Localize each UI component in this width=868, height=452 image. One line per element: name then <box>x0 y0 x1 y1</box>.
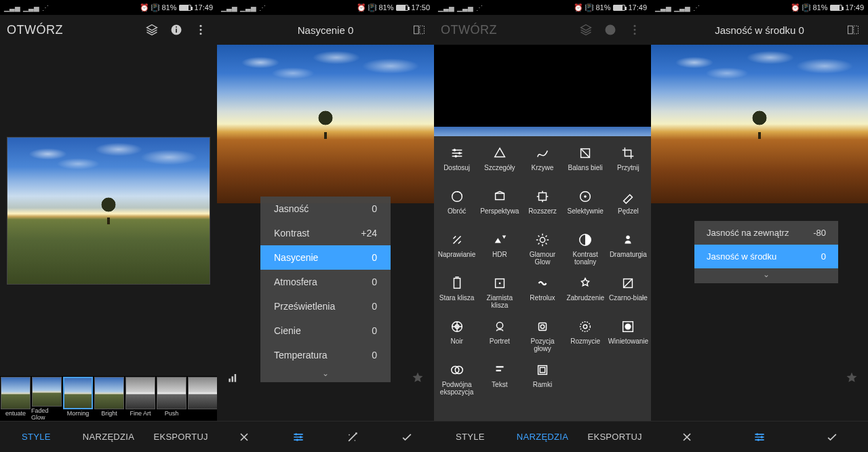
star-icon[interactable] <box>408 368 427 387</box>
confirm-icon[interactable] <box>823 428 842 447</box>
tab-export[interactable]: EKSPORTUJ <box>144 432 217 442</box>
tool-item[interactable]: Tekst <box>478 363 521 402</box>
tool-item[interactable]: Stara klisza <box>435 276 478 315</box>
tool-item[interactable]: Ziarnista klisza <box>478 276 521 315</box>
tool-item[interactable]: Perspektywa <box>478 189 521 228</box>
tool-item[interactable]: Rozmycie <box>564 319 607 358</box>
tab-export[interactable]: EKSPORTUJ <box>578 432 651 442</box>
tool-item[interactable]: Dostosuj <box>435 146 478 185</box>
svg-point-44 <box>625 323 631 329</box>
slider-row[interactable]: Cienie0 <box>260 319 391 343</box>
slider-row[interactable]: Jasność0 <box>260 197 391 221</box>
alarm-icon: ⏰ <box>574 3 583 12</box>
status-bar: ▁▃▅ ▁▃▅ ⋰ ⏰ 📳 81% 17:49 <box>651 0 868 15</box>
tool-item[interactable]: Obróć <box>435 189 478 228</box>
svg-point-18 <box>634 29 636 31</box>
svg-point-42 <box>583 325 587 329</box>
svg-rect-8 <box>229 379 231 382</box>
style-thumb[interactable]: Morning <box>62 376 94 421</box>
tool-item[interactable]: Pędzel <box>607 189 650 228</box>
slider-panel[interactable]: Jasność0 Kontrast+24 Nasycenie0 Atmosfer… <box>260 197 391 382</box>
svg-point-14 <box>349 434 350 435</box>
tool-item[interactable]: Czarno-białe <box>607 276 650 315</box>
slider-row[interactable]: Jasność w środku0 <box>694 245 838 268</box>
photo-preview <box>651 45 868 203</box>
menu-icon[interactable] <box>625 20 644 39</box>
layers-icon[interactable] <box>576 20 595 39</box>
image-canvas[interactable] <box>0 45 217 376</box>
style-thumb[interactable]: Faded Glow <box>31 376 62 421</box>
style-filmstrip[interactable]: entuate Faded Glow Morning Bright Fine A… <box>0 376 217 421</box>
tool-item[interactable]: Krzywe <box>521 146 564 185</box>
vibrate-icon: 📳 <box>368 3 377 12</box>
style-thumb[interactable]: Push <box>156 376 187 421</box>
slider-row[interactable]: Nasycenie0 <box>260 245 391 270</box>
svg-point-28 <box>584 195 587 198</box>
battery-text: 81% <box>378 3 393 12</box>
tool-item[interactable]: Podwójna ekspozycja <box>435 363 478 402</box>
open-button[interactable]: OTWÓRZ <box>7 23 137 37</box>
battery-icon <box>613 5 625 11</box>
tool-item[interactable]: Przytnij <box>607 146 650 185</box>
tool-item[interactable]: Winietowanie <box>607 319 650 358</box>
tab-style[interactable]: STYLE <box>0 432 73 442</box>
tool-item[interactable]: Ramki <box>521 363 564 402</box>
tool-item[interactable]: Pozycja głowy <box>521 319 564 358</box>
tools-sheet[interactable]: DostosujSzczegółyKrzyweBalans bieliPrzyt… <box>434 136 651 421</box>
style-thumb[interactable]: Fine Art <box>125 376 156 421</box>
cancel-icon[interactable] <box>235 428 254 447</box>
info-icon[interactable] <box>601 20 620 39</box>
tool-item[interactable]: Noir <box>435 319 478 358</box>
sliders-icon[interactable] <box>750 428 769 447</box>
svg-point-11 <box>295 433 297 435</box>
image-canvas[interactable]: Jasność na zewnątrz-80 Jasność w środku0… <box>651 45 868 421</box>
svg-rect-39 <box>538 323 546 331</box>
tool-item[interactable]: Rozszerz <box>521 189 564 228</box>
tool-item[interactable]: Portret <box>478 319 521 358</box>
slider-row[interactable]: Kontrast+24 <box>260 221 391 245</box>
wifi-icon: ⋰ <box>259 4 266 12</box>
style-thumb[interactable] <box>187 376 218 421</box>
compare-icon[interactable] <box>844 20 863 39</box>
editor-bar <box>217 421 434 452</box>
cancel-icon[interactable] <box>677 428 696 447</box>
star-icon[interactable] <box>842 368 861 387</box>
tool-item[interactable]: Kontrast tonalny <box>564 232 607 272</box>
slider-row[interactable]: Jasność na zewnątrz-80 <box>694 221 838 245</box>
menu-icon[interactable] <box>191 20 210 39</box>
compare-icon[interactable] <box>410 20 429 39</box>
sliders-icon[interactable] <box>289 428 308 447</box>
svg-point-34 <box>498 283 500 285</box>
svg-point-19 <box>634 33 636 35</box>
tool-item[interactable]: Balans bieli <box>564 146 607 185</box>
tool-item[interactable]: Szczegóły <box>478 146 521 185</box>
tool-item[interactable]: Retrolux <box>521 276 564 315</box>
battery-text: 81% <box>595 3 610 12</box>
clock-text: 17:49 <box>845 3 864 12</box>
svg-rect-10 <box>235 374 237 382</box>
info-icon[interactable] <box>167 20 186 39</box>
tab-tools[interactable]: NARZĘDZIA <box>507 432 579 442</box>
tool-item[interactable]: HDR <box>478 232 521 272</box>
open-button[interactable]: OTWÓRZ <box>441 23 571 37</box>
tool-item[interactable]: Selektywnie <box>564 189 607 228</box>
tab-tools[interactable]: NARZĘDZIA <box>73 432 145 442</box>
tool-item[interactable]: Naprawianie <box>435 232 478 272</box>
style-thumb[interactable]: Bright <box>94 376 125 421</box>
slider-row[interactable]: Temperatura0 <box>260 343 391 367</box>
slider-row[interactable]: Atmosfera0 <box>260 270 391 294</box>
histogram-icon[interactable] <box>224 368 243 387</box>
style-thumb[interactable]: entuate <box>0 376 31 421</box>
tool-item[interactable]: Dramaturgia <box>607 232 650 272</box>
svg-point-24 <box>452 192 462 202</box>
tool-item[interactable]: Glamour Glow <box>521 232 564 272</box>
slider-row[interactable]: Prześwietlenia0 <box>260 294 391 319</box>
tab-style[interactable]: STYLE <box>434 432 507 442</box>
image-canvas[interactable]: Jasność0 Kontrast+24 Nasycenie0 Atmosfer… <box>217 45 434 421</box>
tool-item[interactable]: Zabrudzenie <box>564 276 607 315</box>
confirm-icon[interactable] <box>397 428 416 447</box>
svg-rect-48 <box>540 367 545 372</box>
layers-icon[interactable] <box>142 20 161 39</box>
magic-icon[interactable] <box>343 428 362 447</box>
slider-panel[interactable]: Jasność na zewnątrz-80 Jasność w środku0… <box>694 221 838 283</box>
